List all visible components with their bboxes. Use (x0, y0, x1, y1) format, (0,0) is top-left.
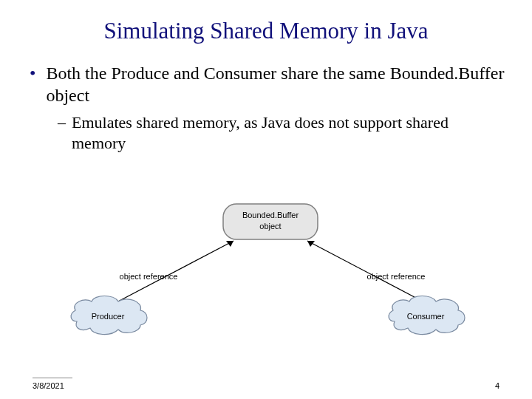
sub-bullet-text: Emulates shared memory, as Java does not… (72, 112, 505, 154)
diagram-top-line2: object (259, 222, 281, 231)
dash-icon: – (58, 112, 66, 133)
footer-divider (33, 378, 72, 378)
bullet-icon: • (30, 62, 35, 84)
arrow-left-label: object reference (120, 272, 178, 281)
svg-text:Bounded.Buffer: Bounded.Buffer (242, 211, 299, 219)
slide-footer: 3/8/2021 4 (0, 381, 532, 390)
svg-text:object: object (259, 222, 281, 231)
slide-title: Simulating Shared Memory in Java (0, 0, 532, 44)
producer-cloud: Producer (71, 296, 147, 335)
bullet-text: Both the Produce and Consumer share the … (46, 62, 505, 106)
sub-bullet-item: – Emulates shared memory, as Java does n… (58, 112, 505, 154)
producer-label: Producer (92, 312, 125, 321)
footer-page: 4 (495, 381, 499, 390)
footer-date: 3/8/2021 (33, 381, 64, 390)
diagram-svg: Bounded.Buffer object object reference o… (64, 200, 477, 347)
bullet-item: • Both the Produce and Consumer share th… (27, 62, 505, 106)
consumer-cloud: Consumer (389, 296, 465, 335)
diagram-top-line1: Bounded.Buffer (242, 211, 299, 219)
arrow-right-label: object reference (367, 272, 426, 281)
slide-content: • Both the Produce and Consumer share th… (0, 44, 532, 154)
consumer-label: Consumer (407, 312, 445, 321)
